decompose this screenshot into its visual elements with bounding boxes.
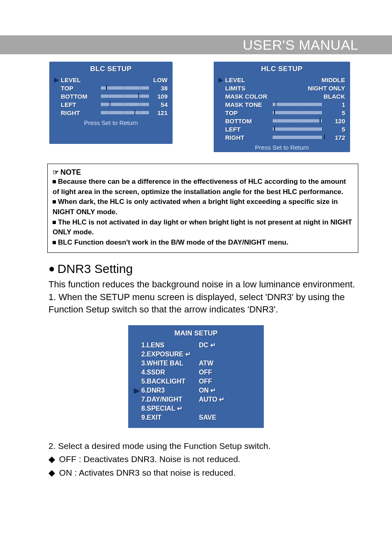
square-bullet-icon [53, 241, 56, 244]
note-head-text: NOTE [60, 168, 81, 176]
hlc-footer: Press Set to Return [219, 144, 345, 151]
cursor-icon: ▶ [134, 386, 141, 394]
menu-row-daynight[interactable]: 7.DAY/NIGHTAUTO ↵ [134, 395, 258, 404]
slider-track[interactable] [101, 86, 149, 90]
slider-track[interactable] [273, 127, 326, 131]
blc-row-right: RIGHT 121 [54, 109, 168, 117]
blc-value: 109 [151, 93, 168, 100]
dnr3-step2: 2. Select a desired mode using the Funct… [48, 439, 358, 453]
slider-track[interactable] [101, 94, 149, 98]
blc-label: LEVEL [61, 76, 99, 83]
dnr3-body2: 2. Select a desired mode using the Funct… [0, 428, 392, 480]
pointing-hand-icon: ☞ [53, 169, 59, 176]
blc-row-level: ▶ LEVEL LOW [54, 76, 168, 84]
hlc-row-left: LEFT 5 [219, 125, 345, 133]
slider-track[interactable] [273, 119, 326, 123]
note-box: ☞NOTE Because there can be a difference … [47, 164, 358, 253]
menu-row-whitebal[interactable]: 3.WHITE BALATW [134, 359, 258, 368]
slider-thumb[interactable] [138, 93, 139, 98]
note-body: Because there can be a difference in the… [53, 177, 353, 247]
square-bullet-icon [53, 200, 56, 204]
menu-row-backlight[interactable]: 5.BACKLIGHTOFF [134, 377, 258, 386]
blc-value: 121 [151, 109, 168, 116]
blc-row-top: TOP 38 [54, 84, 168, 92]
slider-track[interactable] [101, 111, 149, 115]
slider-thumb[interactable] [276, 102, 277, 106]
dnr3-heading: ●DNR3 Setting [0, 253, 392, 278]
note-line: When dark, the HLC is only activated whe… [53, 197, 353, 217]
square-bullet-icon [53, 180, 56, 183]
slider-thumb[interactable] [324, 134, 325, 139]
dnr3-on: ◆ ON : Activates DNR3 so that noise is r… [48, 466, 358, 480]
hlc-value: 172 [329, 134, 345, 141]
hlc-row-maskcolor: MASK COLOR BLACK [219, 92, 345, 100]
hlc-value: NIGHT ONLY [308, 85, 345, 92]
square-bullet-icon [53, 221, 56, 224]
blc-setup-panel: BLC SETUP ▶ LEVEL LOW TOP 38 BOTTOM 109 … [49, 62, 173, 144]
hlc-value: 5 [329, 126, 345, 133]
blc-row-bottom: BOTTOM 109 [54, 92, 168, 100]
slider-track[interactable] [273, 111, 326, 115]
hlc-value: 5 [329, 109, 345, 116]
slider-thumb[interactable] [106, 85, 107, 90]
slider-thumb[interactable] [274, 126, 275, 131]
blc-row-left: LEFT 54 [54, 100, 168, 109]
dnr3-step1: 1. When the SETUP menu screen is display… [0, 291, 392, 316]
note-line: Because there can be a difference in the… [53, 177, 353, 197]
hlc-label: LIMITS [225, 85, 270, 92]
note-line: The HLC is not activated in day light or… [53, 217, 353, 238]
menu-row-dnr3[interactable]: ▶6.DNR3ON ↵ [134, 386, 258, 395]
menu-row-exposure[interactable]: 2.EXPOSURE ↵ [134, 350, 258, 359]
blc-value: 54 [151, 101, 168, 108]
hlc-label: LEFT [225, 126, 270, 133]
blc-value: 38 [151, 85, 168, 92]
hlc-row-bottom: BOTTOM 120 [219, 117, 345, 125]
slider-track[interactable] [273, 102, 326, 106]
hlc-label: BOTTOM [225, 118, 270, 125]
slider-track[interactable] [101, 102, 149, 106]
cursor-icon: ▶ [219, 76, 225, 83]
manual-title: USER'S MANUAL [243, 37, 358, 53]
diamond-bullet-icon: ◆ [48, 468, 55, 477]
main-setup-panel: MAIN SETUP 1.LENSDC ↵ 2.EXPOSURE ↵ 3.WHI… [128, 325, 264, 428]
slider-thumb[interactable] [110, 102, 111, 106]
header-band: USER'S MANUAL [0, 35, 392, 54]
menu-row-ssdr[interactable]: 4.SSDROFF [134, 368, 258, 377]
hlc-value: BLACK [324, 93, 346, 100]
hlc-row-level: ▶ LEVEL MIDDLE [219, 76, 345, 84]
hlc-value: MIDDLE [322, 76, 346, 83]
blc-value: LOW [153, 76, 168, 83]
slider-thumb[interactable] [134, 110, 135, 115]
hlc-label: LEVEL [225, 76, 270, 83]
slider-thumb[interactable] [320, 118, 321, 123]
hlc-row-masktone: MASK TONE 1 [219, 100, 345, 109]
menu-row-special[interactable]: 8.SPECIAL ↵ [134, 404, 258, 413]
hlc-label: MASK TONE [225, 101, 270, 108]
hlc-value: 120 [329, 118, 345, 125]
hlc-label: RIGHT [225, 134, 270, 141]
cursor-icon: ▶ [54, 76, 61, 83]
blc-label: LEFT [61, 101, 99, 108]
blc-label: TOP [61, 85, 99, 92]
blc-label: BOTTOM [61, 93, 99, 100]
blc-footer: Press Set to Return [54, 119, 168, 126]
hlc-title: HLC SETUP [219, 65, 345, 73]
slider-thumb[interactable] [274, 110, 275, 115]
hlc-setup-panel: HLC SETUP ▶ LEVEL MIDDLE LIMITS NIGHT ON… [214, 62, 350, 152]
note-heading: ☞NOTE [53, 168, 353, 177]
menu-row-exit[interactable]: 9.EXITSAVE [134, 413, 258, 422]
blc-label: RIGHT [61, 109, 99, 116]
diamond-bullet-icon: ◆ [48, 454, 55, 464]
note-line: BLC Function doesn't work in the B/W mod… [53, 238, 353, 248]
menu-row-lens[interactable]: 1.LENSDC ↵ [134, 341, 258, 350]
blc-title: BLC SETUP [54, 65, 168, 73]
hlc-label: MASK COLOR [225, 93, 270, 100]
main-setup-wrap: MAIN SETUP 1.LENSDC ↵ 2.EXPOSURE ↵ 3.WHI… [0, 325, 392, 428]
slider-track[interactable] [273, 135, 326, 139]
disc-bullet-icon: ● [48, 262, 55, 275]
hlc-row-right: RIGHT 172 [219, 133, 345, 141]
hlc-label: TOP [225, 109, 270, 116]
hlc-row-top: TOP 5 [219, 109, 345, 117]
main-setup-title: MAIN SETUP [134, 329, 258, 338]
dnr3-off: ◆ OFF : Deactivates DNR3. Noise is not r… [48, 453, 358, 466]
